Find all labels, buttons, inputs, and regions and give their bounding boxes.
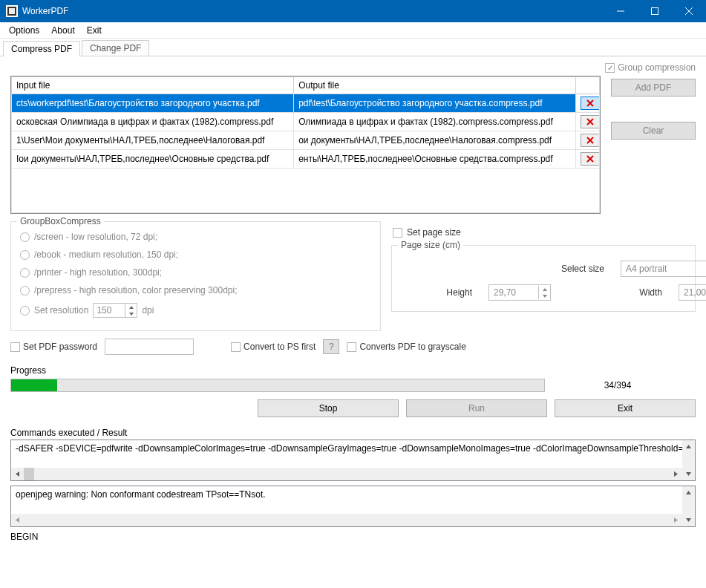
radio-screen[interactable]: /screen - low resolution, 72 dpi;: [20, 228, 371, 246]
password-input[interactable]: [105, 339, 194, 355]
tab-change-pdf[interactable]: Change PDF: [82, 40, 149, 56]
spin-down-icon[interactable]: [125, 310, 137, 317]
cell-output: ои документы\НАЛ,ТРЕБ,последнее\Налогова…: [294, 131, 576, 150]
maximize-button[interactable]: [638, 0, 672, 22]
set-pdf-password-checkbox[interactable]: Set PDF password: [10, 342, 97, 352]
delete-row-button[interactable]: [581, 152, 599, 166]
scroll-right-icon[interactable]: [670, 468, 682, 480]
radio-ebook[interactable]: /ebook - medium resolution, 150 dpi;: [20, 246, 371, 264]
grayscale-checkbox[interactable]: Converts PDF to grayscale: [347, 342, 465, 352]
progress-label: Progress: [10, 365, 696, 379]
compress-groupbox: GroupBoxCompress /screen - low resolutio…: [10, 221, 381, 331]
cell-output: енты\НАЛ,ТРЕБ,последнее\Основные средств…: [294, 150, 576, 169]
titlebar: WorkerPDF: [0, 0, 706, 22]
scroll-down-icon[interactable]: [682, 468, 695, 480]
delete-row-button[interactable]: [581, 115, 599, 128]
scroll-up-icon[interactable]: [682, 486, 695, 499]
radio-prepress[interactable]: /prepress - high resolution, color prese…: [20, 281, 371, 299]
table-row[interactable]: 1\User\Мои документы\НАЛ,ТРЕБ,последнее\…: [12, 131, 600, 150]
svg-rect-3: [652, 8, 658, 15]
minimize-button[interactable]: [604, 0, 638, 22]
scroll-left-icon[interactable]: [11, 468, 24, 480]
clear-button[interactable]: Clear: [611, 122, 696, 140]
scrollbar-vertical[interactable]: [682, 486, 695, 526]
radio-icon: [20, 306, 30, 316]
cell-output: Олимпиада в цифрах и фактах (1982).compr…: [294, 113, 576, 131]
scrollbar-horizontal[interactable]: [11, 468, 682, 480]
scroll-down-icon[interactable]: [682, 514, 695, 526]
col-delete: [576, 77, 600, 94]
col-output-file[interactable]: Output file: [294, 77, 576, 94]
resolution-input[interactable]: 150: [93, 303, 137, 318]
menu-exit[interactable]: Exit: [81, 24, 108, 37]
menu-options[interactable]: Options: [3, 24, 45, 37]
scroll-up-icon[interactable]: [682, 440, 695, 453]
window-title: WorkerPDF: [22, 6, 604, 16]
svg-marker-27: [16, 517, 19, 523]
set-page-size-checkbox[interactable]: Set page size: [391, 221, 696, 241]
height-input[interactable]: 29,70: [488, 284, 551, 301]
cell-input: Іои документы\НАЛ,ТРЕБ,последнее\Основны…: [12, 150, 294, 169]
scroll-right-icon[interactable]: [670, 514, 682, 526]
col-input-file[interactable]: Input file: [12, 77, 294, 94]
svg-marker-28: [674, 517, 678, 523]
width-input[interactable]: 21,00: [679, 284, 706, 301]
stop-button[interactable]: Stop: [258, 399, 399, 417]
table-row[interactable]: осковская Олимпиада в цифрах и фактах (1…: [12, 113, 600, 131]
spin-up-icon[interactable]: [538, 286, 550, 293]
convert-to-ps-checkbox[interactable]: Convert to PS first: [231, 342, 316, 352]
radio-printer[interactable]: /printer - high resolution, 300dpi;: [20, 264, 371, 281]
delete-row-button[interactable]: [581, 97, 599, 110]
close-button[interactable]: [672, 0, 706, 22]
result-log[interactable]: openjpeg warning: Non conformant codestr…: [10, 486, 696, 527]
help-button[interactable]: ?: [323, 339, 339, 354]
select-size-label: Select size: [401, 264, 607, 274]
log-line: openjpeg warning: Non conformant codestr…: [11, 486, 695, 503]
svg-marker-15: [129, 313, 134, 316]
svg-marker-21: [686, 445, 691, 448]
svg-marker-22: [686, 472, 691, 476]
add-pdf-button[interactable]: Add PDF: [611, 79, 696, 97]
svg-marker-23: [16, 471, 19, 477]
log-line: -dSAFER -sDEVICE=pdfwrite -dDownsampleCo…: [11, 440, 695, 457]
commands-log[interactable]: -dSAFER -sDEVICE=pdfwrite -dDownsampleCo…: [10, 440, 696, 481]
cell-input: осковская Олимпиада в цифрах и фактах (1…: [12, 113, 294, 131]
checkbox-icon: [393, 228, 402, 238]
run-button[interactable]: Run: [406, 399, 547, 417]
group-compression-label: Group compression: [618, 62, 696, 73]
cell-output: pdf\test\Благоустройство загородного уча…: [294, 94, 576, 113]
tab-compress-pdf[interactable]: Compress PDF: [3, 41, 80, 56]
status-bar: BEGIN: [0, 527, 706, 543]
checkbox-icon: [605, 63, 615, 73]
delete-row-button[interactable]: [581, 134, 599, 147]
svg-marker-24: [674, 471, 678, 477]
radio-icon: [20, 232, 30, 242]
progress-text: 34/394: [558, 380, 677, 391]
spin-up-icon[interactable]: [125, 304, 137, 310]
radio-set-resolution[interactable]: Set resolution 150 dpi: [20, 299, 371, 321]
compress-groupbox-title: GroupBoxCompress: [17, 216, 104, 226]
table-row[interactable]: cts\workerpdf\test\Благоустройство загор…: [12, 94, 600, 113]
group-compression-checkbox[interactable]: Group compression: [605, 62, 696, 73]
cell-input: 1\User\Мои документы\НАЛ,ТРЕБ,последнее\…: [12, 131, 294, 150]
exit-button[interactable]: Exit: [555, 399, 696, 417]
cell-input: cts\workerpdf\test\Благоустройство загор…: [12, 94, 294, 113]
radio-icon: [20, 250, 30, 260]
scrollbar-vertical[interactable]: [682, 440, 695, 480]
checkbox-icon: [231, 342, 241, 352]
menu-about[interactable]: About: [45, 24, 80, 37]
log-label: Commands executed / Result: [0, 425, 706, 440]
radio-icon: [20, 268, 30, 278]
scrollbar-horizontal[interactable]: [11, 514, 682, 526]
svg-marker-18: [543, 295, 547, 298]
svg-marker-26: [686, 518, 691, 522]
app-icon: [6, 5, 18, 17]
page-size-groupbox: Page size (cm) Select size A4 portrait H…: [391, 245, 696, 312]
svg-rect-1: [9, 8, 15, 14]
height-label: Height: [401, 287, 475, 298]
spin-down-icon[interactable]: [538, 293, 550, 299]
page-size-select[interactable]: A4 portrait: [621, 261, 706, 277]
scroll-left-icon[interactable]: [11, 514, 24, 526]
table-row[interactable]: Іои документы\НАЛ,ТРЕБ,последнее\Основны…: [12, 150, 600, 169]
svg-marker-17: [543, 288, 547, 291]
